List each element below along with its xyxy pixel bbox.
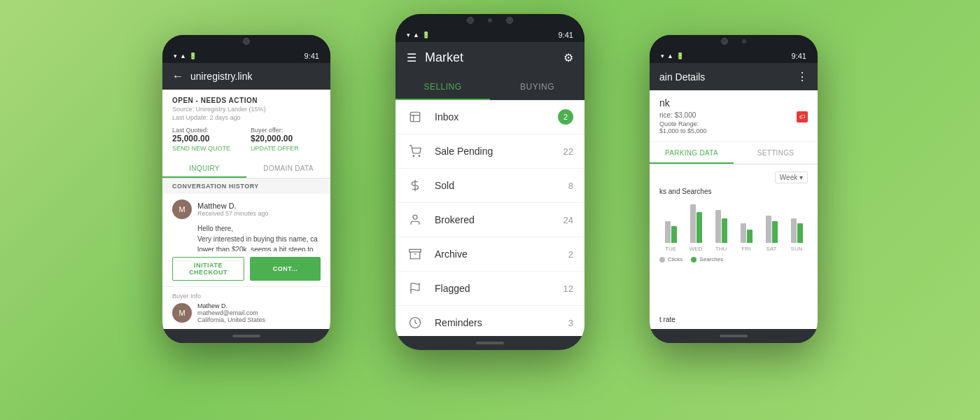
rate-section: t rate — [650, 316, 818, 329]
week-selector[interactable]: Week ▾ — [775, 172, 808, 183]
center-speaker — [488, 18, 492, 22]
sale-pending-label: Sale Pending — [435, 146, 564, 157]
list-item-sale-pending[interactable]: Sale Pending 22 — [396, 134, 584, 169]
chart-labels: TUEWEDTHUFRISATSUN — [659, 246, 808, 252]
searches-legend-dot — [691, 257, 696, 262]
left-actions: INITIATE CHECKOUT CONT... — [162, 251, 330, 286]
tab-settings[interactable]: SETTINGS — [734, 142, 818, 164]
dollar-icon — [407, 177, 424, 194]
searches-bar — [671, 226, 677, 243]
clicks-bar — [791, 218, 797, 243]
brokered-label: Brokered — [435, 214, 564, 225]
conv-user: M Matthew D. Received 57 minutes ago — [172, 200, 321, 219]
chart-day-label-thu: THU — [710, 246, 732, 252]
right-app-title: ain Details — [659, 71, 797, 83]
clicks-legend-label: Clicks — [668, 256, 682, 262]
clicks-bar — [715, 210, 721, 243]
buyer-email: mathewd@email.com — [197, 309, 265, 316]
center-status-time: 9:41 — [559, 31, 573, 39]
buyer-location: California, United States — [197, 316, 265, 323]
rate-label: t rate — [659, 316, 808, 323]
inquiry-last-update: Last Update: 2 days ago — [172, 114, 321, 121]
chart-legend: Clicks Searches — [659, 256, 808, 262]
inbox-icon — [407, 108, 424, 125]
last-quoted-value: 25,000.00 — [172, 134, 242, 144]
center-camera-area — [396, 14, 584, 27]
searches-bar — [747, 230, 752, 243]
conv-text: Hello there,Very interested in buying th… — [197, 223, 321, 251]
flagged-label: Flagged — [435, 283, 564, 294]
right-status-time: 9:41 — [792, 52, 806, 60]
left-status-icons: ▾▲🔋 — [174, 52, 197, 59]
svg-rect-0 — [410, 112, 420, 122]
update-offer-link[interactable]: UPDATE OFFER — [251, 145, 321, 152]
buyer-name: Mathew D. — [197, 302, 265, 309]
tab-inquiry[interactable]: INQUIRY — [162, 159, 246, 178]
left-screen: ← uniregistry.link OPEN - NEEDS ACTION S… — [162, 63, 330, 329]
back-icon[interactable]: ← — [172, 70, 183, 83]
tab-parking-data[interactable]: PARKING DATA — [650, 142, 734, 164]
bar-pair — [690, 204, 702, 243]
left-phone: ▾▲🔋 9:41 ← uniregistry.link OPEN - NEEDS… — [162, 35, 330, 343]
initiate-checkout-button[interactable]: INITIATE CHECKOUT — [172, 257, 244, 281]
sold-label: Sold — [435, 180, 568, 191]
bar-group-fri — [735, 223, 757, 243]
left-home-indicator — [232, 335, 260, 337]
last-quoted-col: Last Quoted: 25,000.00 SEND NEW QUOTE — [172, 127, 242, 152]
more-icon[interactable]: ⋮ — [797, 70, 808, 83]
bar-group-thu — [710, 210, 732, 243]
right-app-bar: ain Details ⋮ — [650, 63, 818, 90]
list-item-brokered[interactable]: Brokered 24 — [396, 203, 584, 237]
tab-domain-data[interactable]: DOMAIN DATA — [246, 159, 330, 178]
list-item-flagged[interactable]: Flagged 12 — [396, 272, 584, 306]
svg-point-4 — [413, 215, 417, 219]
conv-header: CONVERSATION HISTORY — [162, 178, 330, 194]
list-item-reminders[interactable]: Reminders 3 — [396, 306, 584, 336]
menu-icon[interactable]: ☰ — [407, 51, 416, 64]
inquiry-section: OPEN - NEEDS ACTION Source: Uniregistry … — [162, 90, 330, 159]
send-quote-link[interactable]: SEND NEW QUOTE — [172, 145, 242, 152]
reminders-count: 3 — [568, 318, 573, 328]
list-item-archive[interactable]: Archive 2 — [396, 237, 584, 272]
inquiry-source: Source: Uniregistry Lander (15%) — [172, 106, 321, 113]
right-status-bar: ▾▲🔋 9:41 — [650, 48, 818, 63]
legend-clicks: Clicks — [659, 256, 682, 262]
conv-time: Received 57 minutes ago — [197, 210, 269, 217]
searches-bar — [696, 212, 702, 243]
tab-selling[interactable]: SELLING — [396, 74, 490, 100]
price-info: rice: $3,000 Quote Range:$1,000 to $5,00… — [659, 111, 707, 134]
center-list: Inbox 2 Sale Pending 22 Sold 8 — [396, 100, 584, 336]
settings-icon[interactable]: ⚙ — [564, 51, 573, 64]
list-item-sold[interactable]: Sold 8 — [396, 169, 584, 203]
quote-range: Quote Range:$1,000 to $5,000 — [659, 120, 707, 134]
center-screen: ☰ Market ⚙ SELLING BUYING Inbox 2 Sale — [396, 42, 584, 336]
sale-pending-count: 22 — [564, 146, 573, 157]
avatar: M — [172, 200, 192, 219]
searches-bar — [797, 223, 803, 243]
center-camera2 — [506, 17, 513, 24]
chart-day-label-wed: WED — [685, 246, 707, 252]
clicks-legend-dot — [659, 257, 665, 262]
continue-button[interactable]: CONT... — [250, 257, 321, 281]
right-camera — [721, 38, 728, 45]
clock-icon — [407, 314, 424, 331]
clicks-bar — [766, 216, 771, 243]
right-status-icons: ▾▲🔋 — [661, 52, 684, 59]
center-app-title: Market — [425, 50, 555, 65]
flagged-count: 12 — [564, 284, 573, 294]
price-label: rice: $3,000 — [659, 111, 707, 119]
left-status-time: 9:41 — [304, 52, 319, 60]
conv-username: Matthew D. — [197, 202, 269, 210]
tab-buying[interactable]: BUYING — [490, 74, 584, 100]
clicks-bar — [690, 204, 696, 243]
sold-count: 8 — [568, 181, 573, 191]
price-tag-icon: 🏷 — [797, 111, 808, 122]
buyer-avatar: M — [172, 303, 192, 323]
right-home-indicator — [720, 335, 748, 337]
chart-day-label-tue: TUE — [659, 246, 682, 252]
brokered-count: 24 — [564, 215, 573, 225]
domain-name: nk — [659, 97, 808, 108]
list-item-inbox[interactable]: Inbox 2 — [396, 100, 584, 134]
center-phone: ▾ ▲ 🔋 9:41 ☰ Market ⚙ SELLING BUYING Inb… — [396, 14, 584, 350]
left-status-bar: ▾▲🔋 9:41 — [162, 48, 330, 63]
